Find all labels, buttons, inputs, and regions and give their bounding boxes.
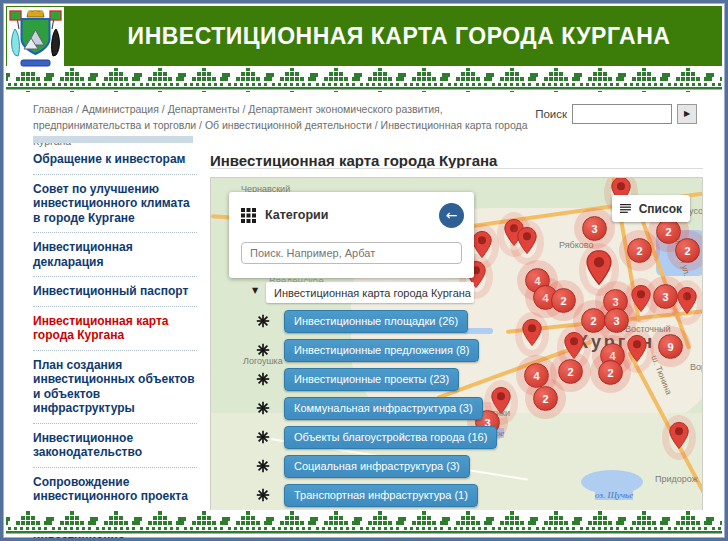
map-cluster-marker[interactable]: 2 [627, 238, 652, 263]
map-pin[interactable] [586, 250, 612, 289]
map-cluster-marker[interactable]: 3 [604, 308, 629, 333]
tree-collapse-caret[interactable]: ▼ [252, 286, 258, 295]
kurgan-coat-of-arms-icon [7, 7, 64, 71]
sidebar-item[interactable]: Инвестиционный паспорт [33, 277, 197, 307]
category-button[interactable]: Социальная инфраструктура (3) [284, 455, 470, 478]
sidebar-item[interactable]: Инвестиционная декларация [33, 233, 197, 277]
category-marker-icon[interactable] [256, 314, 270, 332]
sidebar-item[interactable]: Инвестиционная карта города Кургана [33, 307, 197, 351]
page: ИНВЕСТИЦИОННАЯ КАРТА ГОРОДА КУРГАНА [0, 0, 728, 541]
list-view-label: Список [639, 202, 682, 216]
map-cluster-marker[interactable]: 9 [658, 334, 683, 359]
map-cluster-marker[interactable]: 2 [656, 219, 681, 244]
map-pin[interactable] [631, 285, 651, 316]
map-search-input[interactable] [241, 242, 462, 264]
breadcrumb-link[interactable]: Департаменты [168, 103, 240, 115]
breadcrumb-link[interactable]: Главная [33, 103, 73, 115]
sidebar: Обращение к инвесторамСовет по улучшению… [33, 136, 197, 541]
categories-panel-header: Категории ← [241, 202, 464, 228]
map-cluster-marker[interactable]: 2 [581, 308, 606, 333]
category-button[interactable]: Инвестиционные площадки (26) [284, 310, 468, 333]
breadcrumb-separator: / [372, 119, 381, 131]
site-search: Поиск ▶ [535, 104, 697, 124]
breadcrumb-link[interactable]: Об инвестиционной деятельности [205, 119, 372, 131]
sidebar-item[interactable]: План создания инвестиционных объектов и … [33, 351, 197, 424]
breadcrumb-separator: / [73, 103, 82, 115]
map-pin[interactable] [627, 335, 647, 366]
grid-icon [241, 208, 256, 223]
category-button[interactable]: Инвестиционные проекты (23) [284, 368, 459, 391]
category-marker-icon[interactable] [256, 488, 270, 506]
sidebar-item[interactable]: Обращение к инвесторам [33, 145, 197, 175]
divider [210, 168, 703, 169]
breadcrumb-separator: / [240, 103, 249, 115]
sidebar-item[interactable]: Инвестиционное законодательство [33, 424, 197, 468]
ornament-top [6, 66, 722, 95]
map-label: оз. Щучье [595, 490, 633, 500]
back-button[interactable]: ← [439, 203, 464, 228]
categories-panel-title: Категории [265, 208, 430, 222]
map-pin[interactable] [669, 422, 689, 453]
map-label: Рябково [559, 240, 593, 250]
sidebar-item[interactable]: Сопровождение инвестиционного проекта [33, 468, 197, 512]
list-icon [620, 202, 632, 215]
category-marker-icon[interactable] [256, 459, 270, 477]
map-label: Воро [690, 362, 703, 372]
map-cluster-marker[interactable]: 4 [524, 363, 549, 388]
breadcrumb-link[interactable]: Администрация [82, 103, 159, 115]
map-cluster-marker[interactable]: 2 [598, 360, 623, 385]
category-button[interactable]: Коммунальная инфраструктура (3) [284, 397, 483, 420]
breadcrumb-separator: / [196, 119, 205, 131]
map-cluster-marker[interactable]: 2 [533, 386, 558, 411]
page-title: Инвестиционная карта города Кургана [210, 152, 497, 169]
site-title: ИНВЕСТИЦИОННАЯ КАРТА ГОРОДА КУРГАНА [86, 6, 712, 66]
search-label: Поиск [535, 108, 567, 120]
map-label: усо [689, 206, 703, 216]
map-pin[interactable] [517, 227, 537, 258]
sidebar-nav: Обращение к инвесторамСовет по улучшению… [33, 145, 197, 541]
search-input[interactable] [572, 104, 672, 124]
map-pin[interactable] [677, 287, 697, 318]
category-marker-icon[interactable] [256, 372, 270, 390]
map-label: Придорож [655, 474, 698, 484]
category-marker-icon[interactable] [256, 343, 270, 361]
map-cluster-marker[interactable]: 3 [653, 284, 678, 309]
site-header: ИНВЕСТИЦИОННАЯ КАРТА ГОРОДА КУРГАНА [6, 6, 722, 66]
sidebar-item[interactable]: Совет по улучшению инвестиционного клима… [33, 175, 197, 234]
category-button[interactable]: Транспортная инфраструктура (1) [284, 484, 478, 507]
map-pin[interactable] [472, 231, 492, 262]
category-tree-root[interactable]: Инвестиционная карта города Кургана [266, 282, 474, 303]
sidebar-topbar [33, 136, 193, 143]
breadcrumb-separator: / [159, 103, 168, 115]
investment-map[interactable]: ЧернавскийусоРябковоОмская ул.оз. Горько… [210, 177, 703, 516]
category-button[interactable]: Объекты благоустройства города (16) [284, 426, 497, 449]
category-marker-icon[interactable] [256, 430, 270, 448]
map-pin[interactable] [522, 319, 542, 350]
category-marker-icon[interactable] [256, 401, 270, 419]
map-cluster-marker[interactable]: 2 [675, 238, 700, 263]
map-cluster-marker[interactable]: 2 [551, 288, 576, 313]
map-cluster-marker[interactable]: 2 [558, 359, 583, 384]
categories-panel: Категории ← [229, 192, 474, 278]
category-button[interactable]: Инвестиционные предложения (8) [284, 339, 479, 362]
ornament-bottom [6, 510, 722, 535]
search-go-button[interactable]: ▶ [677, 104, 697, 124]
map-cluster-marker[interactable]: 3 [582, 216, 607, 241]
list-view-button[interactable]: Список [612, 195, 690, 222]
